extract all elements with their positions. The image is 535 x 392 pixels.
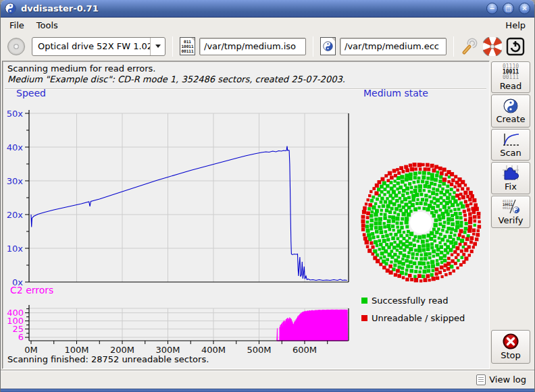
read-label: Read	[500, 81, 522, 91]
view-log-button[interactable]: View log	[474, 373, 529, 387]
maximize-button[interactable]: □	[503, 3, 514, 14]
close-button[interactable]: ✕	[519, 3, 530, 14]
scan-label: Scan	[500, 148, 521, 158]
svg-text:10x: 10x	[7, 244, 24, 254]
fix-label: Fix	[505, 181, 517, 192]
optical-drive-icon[interactable]	[7, 38, 25, 55]
svg-text:100M: 100M	[64, 345, 88, 355]
create-label: Create	[496, 114, 525, 124]
page-fold	[190, 37, 195, 42]
drive-select[interactable]: Optical drive 52X FW 1.02	[32, 37, 165, 56]
minimize-button[interactable]: −	[486, 3, 498, 14]
read-button[interactable]: 01110 10011 00111 Read	[491, 61, 530, 93]
help-lifebelt-icon[interactable]	[483, 37, 502, 56]
iso-file-icon[interactable]: 011 10011 00111	[180, 37, 195, 55]
app-yinyang-icon	[5, 3, 16, 14]
iso-icon-row: 00111	[181, 49, 193, 53]
svg-text:50x: 50x	[7, 109, 24, 119]
legend-read-label: Successfully read	[372, 296, 448, 306]
svg-text:20x: 20x	[7, 210, 24, 220]
toolbar-separator	[313, 36, 313, 57]
ecc-path-input[interactable]	[340, 38, 447, 55]
statusbar: View log	[1, 370, 534, 389]
scan-curve-icon	[501, 132, 520, 147]
iso-path-input[interactable]	[199, 38, 306, 55]
legend-red-square	[361, 315, 367, 321]
binary-icon: 01110 10011 00111	[503, 64, 519, 80]
preferences-wrench-icon[interactable]	[461, 37, 479, 55]
svg-text:400: 400	[7, 308, 24, 318]
svg-text:200M: 200M	[110, 345, 134, 355]
ecc-yinyang-icon	[323, 41, 333, 51]
legend-item-unreadable: Unreadable / skipped	[361, 313, 465, 323]
legend-green-square	[361, 298, 367, 304]
window-bottom-border	[1, 389, 534, 392]
svg-text:400M: 400M	[201, 345, 226, 355]
scan-result-line: Scanning finished: 28752 unreadable sect…	[7, 354, 209, 364]
verify-button[interactable]: 01110 10011 00111 Verify	[491, 196, 530, 228]
log-list-icon	[476, 374, 486, 385]
menubar: File Tools Help	[1, 18, 534, 32]
stop-x-icon	[503, 333, 519, 349]
page-fold	[331, 37, 336, 42]
svg-text:600M: 600M	[292, 345, 317, 355]
svg-text:30x: 30x	[7, 176, 24, 186]
app-window: dvdisaster-0.71 − □ ✕ File Tools Help Op…	[0, 0, 535, 392]
puzzle-piece-icon	[502, 165, 519, 181]
create-button[interactable]: Create	[491, 94, 530, 128]
svg-text:40x: 40x	[7, 142, 24, 152]
menu-tools[interactable]: Tools	[30, 19, 64, 32]
yinyang-icon	[503, 99, 518, 113]
legend-item-read: Successfully read	[361, 296, 448, 306]
svg-text:0M: 0M	[24, 345, 38, 355]
action-sidebar: 01110 10011 00111 Read Create Scan	[491, 61, 532, 369]
svg-text:0x: 0x	[12, 277, 23, 287]
iso-icon-row: 10011	[181, 44, 193, 49]
toolbar-separator	[453, 36, 454, 57]
main-panel: Scanning medium for read errors. Medium …	[2, 61, 490, 369]
toolbar-separator	[172, 36, 173, 57]
window-title: dvdisaster-0.71	[21, 3, 99, 13]
chevron-down-icon	[155, 45, 161, 48]
drive-select-value: Optical drive 52X FW 1.02	[32, 41, 150, 51]
verify-label: Verify	[499, 215, 524, 225]
quit-power-icon[interactable]	[506, 37, 525, 56]
toolbar: Optical drive 52X FW 1.02 011 10011 0011…	[1, 32, 534, 60]
menu-file[interactable]: File	[3, 19, 30, 32]
view-log-label: View log	[489, 374, 526, 385]
medium-state-disc	[357, 159, 485, 287]
verify-compare-icon: 01110 10011 00111	[501, 198, 520, 215]
stop-button[interactable]: Stop	[491, 330, 530, 364]
ecc-file-icon[interactable]	[320, 37, 336, 55]
fix-button[interactable]: Fix	[491, 162, 530, 194]
svg-text:500M: 500M	[247, 345, 271, 355]
stop-label: Stop	[501, 350, 521, 360]
titlebar[interactable]: dvdisaster-0.71 − □ ✕	[1, 0, 534, 18]
legend-unreadable-label: Unreadable / skipped	[372, 313, 465, 323]
menu-help[interactable]: Help	[499, 19, 532, 32]
scan-button[interactable]: Scan	[491, 129, 530, 161]
svg-text:300M: 300M	[155, 345, 180, 355]
drive-select-arrow[interactable]	[150, 38, 165, 55]
